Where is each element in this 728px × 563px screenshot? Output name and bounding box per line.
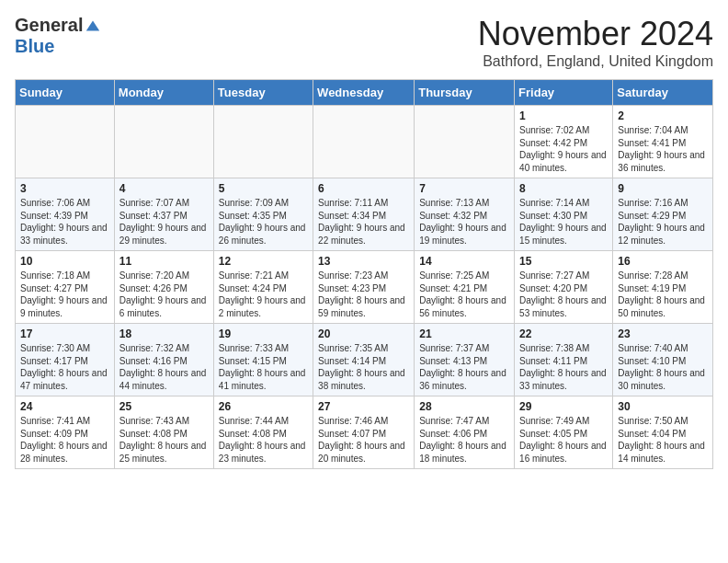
calendar-week-4: 17Sunrise: 7:30 AM Sunset: 4:17 PM Dayli… [16,324,713,396]
day-info: Sunrise: 7:14 AM Sunset: 4:30 PM Dayligh… [519,197,608,247]
day-info: Sunrise: 7:35 AM Sunset: 4:14 PM Dayligh… [318,342,409,392]
calendar-cell: 18Sunrise: 7:32 AM Sunset: 4:16 PM Dayli… [114,324,213,396]
day-number: 9 [618,182,708,195]
logo-general: General [15,15,83,36]
calendar-cell [313,106,415,178]
day-info: Sunrise: 7:25 AM Sunset: 4:21 PM Dayligh… [419,270,509,319]
day-info: Sunrise: 7:07 AM Sunset: 4:37 PM Dayligh… [119,197,209,247]
day-header-tuesday: Tuesday [213,80,313,106]
calendar-cell: 9Sunrise: 7:16 AM Sunset: 4:29 PM Daylig… [613,178,713,251]
day-number: 11 [119,255,209,268]
day-number: 5 [219,182,308,195]
day-number: 18 [119,327,209,340]
calendar-cell: 11Sunrise: 7:20 AM Sunset: 4:26 PM Dayli… [114,251,213,324]
logo-icon [85,17,101,34]
day-header-saturday: Saturday [613,80,713,106]
calendar-cell: 3Sunrise: 7:06 AM Sunset: 4:39 PM Daylig… [16,178,115,251]
day-number: 4 [119,182,209,195]
day-number: 19 [219,327,308,340]
day-number: 24 [20,400,109,413]
calendar-cell: 10Sunrise: 7:18 AM Sunset: 4:27 PM Dayli… [16,251,115,324]
day-info: Sunrise: 7:11 AM Sunset: 4:34 PM Dayligh… [318,197,409,247]
page-header: General Blue November 2024 Bathford, Eng… [15,15,713,70]
calendar-cell: 6Sunrise: 7:11 AM Sunset: 4:34 PM Daylig… [313,178,415,251]
day-info: Sunrise: 7:50 AM Sunset: 4:04 PM Dayligh… [618,415,708,465]
svg-marker-0 [86,20,99,30]
day-info: Sunrise: 7:41 AM Sunset: 4:09 PM Dayligh… [20,415,109,465]
day-info: Sunrise: 7:13 AM Sunset: 4:32 PM Dayligh… [419,197,509,247]
calendar-cell: 17Sunrise: 7:30 AM Sunset: 4:17 PM Dayli… [16,324,115,396]
day-number: 12 [219,255,308,268]
calendar-cell [213,106,313,178]
day-number: 7 [419,182,509,195]
day-info: Sunrise: 7:33 AM Sunset: 4:15 PM Dayligh… [219,342,308,392]
day-header-sunday: Sunday [16,80,115,106]
calendar-cell: 16Sunrise: 7:28 AM Sunset: 4:19 PM Dayli… [613,251,713,324]
day-number: 13 [318,255,409,268]
calendar-week-5: 24Sunrise: 7:41 AM Sunset: 4:09 PM Dayli… [16,396,713,469]
calendar-header-row: SundayMondayTuesdayWednesdayThursdayFrid… [16,80,713,106]
calendar-cell: 29Sunrise: 7:49 AM Sunset: 4:05 PM Dayli… [515,396,613,469]
title-section: November 2024 Bathford, England, United … [478,15,713,70]
day-header-friday: Friday [515,80,613,106]
calendar-cell: 30Sunrise: 7:50 AM Sunset: 4:04 PM Dayli… [613,396,713,469]
day-info: Sunrise: 7:44 AM Sunset: 4:08 PM Dayligh… [219,415,308,465]
day-info: Sunrise: 7:40 AM Sunset: 4:10 PM Dayligh… [618,342,708,392]
day-number: 26 [219,400,308,413]
calendar-cell: 22Sunrise: 7:38 AM Sunset: 4:11 PM Dayli… [515,324,613,396]
day-number: 16 [618,255,708,268]
logo: General Blue [15,15,101,57]
calendar-cell: 20Sunrise: 7:35 AM Sunset: 4:14 PM Dayli… [313,324,415,396]
day-info: Sunrise: 7:09 AM Sunset: 4:35 PM Dayligh… [219,197,308,247]
day-info: Sunrise: 7:28 AM Sunset: 4:19 PM Dayligh… [618,270,708,319]
month-title: November 2024 [478,15,713,53]
day-info: Sunrise: 7:38 AM Sunset: 4:11 PM Dayligh… [519,342,608,392]
day-number: 27 [318,400,409,413]
calendar-cell: 2Sunrise: 7:04 AM Sunset: 4:41 PM Daylig… [613,106,713,178]
calendar-cell: 7Sunrise: 7:13 AM Sunset: 4:32 PM Daylig… [415,178,515,251]
day-info: Sunrise: 7:02 AM Sunset: 4:42 PM Dayligh… [519,124,608,174]
calendar-cell: 15Sunrise: 7:27 AM Sunset: 4:20 PM Dayli… [515,251,613,324]
calendar-cell [114,106,213,178]
day-number: 22 [519,327,608,340]
calendar-cell: 5Sunrise: 7:09 AM Sunset: 4:35 PM Daylig… [213,178,313,251]
logo-blue: Blue [15,36,54,57]
calendar-week-2: 3Sunrise: 7:06 AM Sunset: 4:39 PM Daylig… [16,178,713,251]
day-info: Sunrise: 7:18 AM Sunset: 4:27 PM Dayligh… [20,270,109,319]
day-header-wednesday: Wednesday [313,80,415,106]
day-number: 1 [519,109,608,122]
calendar-cell: 1Sunrise: 7:02 AM Sunset: 4:42 PM Daylig… [515,106,613,178]
day-number: 20 [318,327,409,340]
day-number: 10 [20,255,109,268]
day-number: 8 [519,182,608,195]
day-info: Sunrise: 7:04 AM Sunset: 4:41 PM Dayligh… [618,124,708,174]
day-info: Sunrise: 7:47 AM Sunset: 4:06 PM Dayligh… [419,415,509,465]
day-number: 3 [20,182,109,195]
day-info: Sunrise: 7:30 AM Sunset: 4:17 PM Dayligh… [20,342,109,392]
calendar-week-3: 10Sunrise: 7:18 AM Sunset: 4:27 PM Dayli… [16,251,713,324]
calendar-cell [415,106,515,178]
day-number: 25 [119,400,209,413]
day-number: 15 [519,255,608,268]
day-number: 23 [618,327,708,340]
day-info: Sunrise: 7:23 AM Sunset: 4:23 PM Dayligh… [318,270,409,319]
calendar-cell: 8Sunrise: 7:14 AM Sunset: 4:30 PM Daylig… [515,178,613,251]
calendar-cell: 19Sunrise: 7:33 AM Sunset: 4:15 PM Dayli… [213,324,313,396]
day-header-monday: Monday [114,80,213,106]
calendar-cell: 4Sunrise: 7:07 AM Sunset: 4:37 PM Daylig… [114,178,213,251]
calendar-cell: 25Sunrise: 7:43 AM Sunset: 4:08 PM Dayli… [114,396,213,469]
day-info: Sunrise: 7:27 AM Sunset: 4:20 PM Dayligh… [519,270,608,319]
calendar-cell: 14Sunrise: 7:25 AM Sunset: 4:21 PM Dayli… [415,251,515,324]
day-number: 28 [419,400,509,413]
location: Bathford, England, United Kingdom [478,53,713,70]
day-number: 2 [618,109,708,122]
day-number: 29 [519,400,608,413]
calendar-cell: 27Sunrise: 7:46 AM Sunset: 4:07 PM Dayli… [313,396,415,469]
day-number: 21 [419,327,509,340]
day-number: 17 [20,327,109,340]
day-info: Sunrise: 7:06 AM Sunset: 4:39 PM Dayligh… [20,197,109,247]
day-number: 30 [618,400,708,413]
day-info: Sunrise: 7:21 AM Sunset: 4:24 PM Dayligh… [219,270,308,319]
day-info: Sunrise: 7:37 AM Sunset: 4:13 PM Dayligh… [419,342,509,392]
day-info: Sunrise: 7:46 AM Sunset: 4:07 PM Dayligh… [318,415,409,465]
